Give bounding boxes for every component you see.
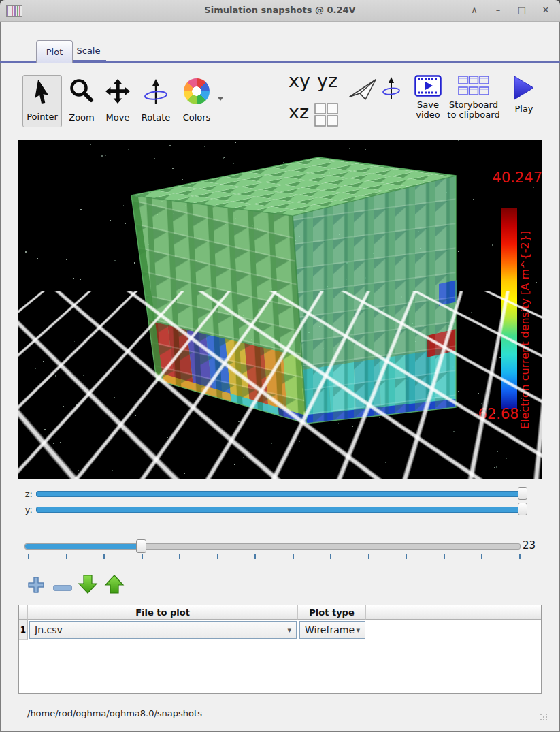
- pointer-button[interactable]: Pointer: [22, 75, 62, 127]
- fly-through-button[interactable]: [348, 78, 377, 104]
- chevron-down-icon: ▾: [356, 626, 360, 635]
- pointer-label: Pointer: [27, 112, 58, 122]
- tab-plot[interactable]: Plot: [36, 40, 73, 63]
- frame-value: 23: [523, 539, 536, 552]
- storyboard-icon: [458, 86, 489, 99]
- table-header-type: Plot type: [298, 605, 366, 620]
- green-down-arrow-icon: [78, 584, 98, 596]
- save-video-button[interactable]: Save video: [410, 75, 446, 120]
- storyboard-label-1: Storyboard: [442, 99, 505, 110]
- zoom-label: Zoom: [69, 112, 94, 123]
- move-button[interactable]: Move: [101, 75, 135, 127]
- frame-slider-ticks: [24, 554, 519, 560]
- grid-2x2-icon: [314, 117, 339, 130]
- move-label: Move: [106, 112, 130, 123]
- y-slider-handle[interactable]: [518, 503, 527, 515]
- pointer-icon: [30, 79, 54, 108]
- voxel-cube: [18, 140, 542, 479]
- zoom-button[interactable]: Zoom: [63, 75, 101, 127]
- file-combobox[interactable]: Jn.csv ▾: [29, 621, 297, 639]
- play-icon: [513, 91, 535, 104]
- file-combobox-value: Jn.csv: [35, 624, 63, 635]
- tab-scale-underline: [70, 60, 106, 63]
- storyboard-label-2: to clipboard: [442, 110, 505, 120]
- chevron-down-icon: ▾: [287, 626, 291, 635]
- file-table: File to plot Plot type 1 Jn.csv ▾ Wirefr…: [18, 605, 542, 694]
- shade-button[interactable]: ∧: [470, 5, 479, 15]
- save-video-label-1: Save: [410, 99, 446, 110]
- view-yz-button[interactable]: yz: [317, 71, 337, 91]
- rotate-label: Rotate: [142, 112, 171, 123]
- storyboard-button[interactable]: Storyboard to clipboard: [442, 76, 505, 120]
- table-corner-cell: [19, 605, 28, 620]
- view-xy-button[interactable]: xy: [289, 71, 310, 91]
- close-button[interactable]: ✕: [541, 5, 550, 15]
- save-video-label-2: video: [410, 110, 446, 120]
- remove-file-button[interactable]: [53, 582, 72, 594]
- film-icon: [414, 86, 442, 99]
- resize-grip[interactable]: [540, 714, 542, 715]
- play-button[interactable]: Play: [510, 75, 538, 114]
- frame-slider[interactable]: [24, 543, 521, 550]
- tab-plot-label: Plot: [46, 47, 63, 57]
- z-slider-label: z:: [20, 489, 33, 499]
- plus-icon: [27, 584, 45, 596]
- move-down-button[interactable]: [78, 575, 98, 596]
- view-xz-button[interactable]: xz: [289, 102, 309, 123]
- color-wheel-icon: [184, 78, 210, 104]
- move-icon: [105, 78, 131, 107]
- colorbar-axis-label: Electron current density [A m^{-2}]: [518, 201, 533, 429]
- plot-type-combobox-value: Wireframe: [305, 624, 355, 635]
- plot-3d-canvas[interactable]: 40.247 -62.68 Electron current density […: [18, 140, 542, 479]
- y-slider-label: y:: [20, 505, 33, 515]
- rotate-icon: [140, 78, 171, 108]
- move-up-button[interactable]: [104, 575, 125, 596]
- app-window: Simulation snapshots @ 0.24V ∧ – □ ✕ Plo…: [0, 0, 560, 732]
- colors-button[interactable]: Colors: [176, 75, 218, 127]
- small-rotate-icon: [380, 91, 403, 104]
- titlebar: Simulation snapshots @ 0.24V ∧ – □ ✕: [0, 0, 560, 22]
- colorbar: [501, 208, 517, 409]
- frame-slider-handle[interactable]: [136, 539, 146, 553]
- colors-label: Colors: [183, 112, 211, 123]
- tab-scale-label: Scale: [77, 46, 101, 56]
- z-slider[interactable]: [36, 491, 527, 497]
- table-header-filler: [366, 605, 541, 620]
- colorbar-min-label: -62.68: [473, 406, 519, 422]
- tab-scale[interactable]: Scale: [71, 41, 106, 60]
- y-slider[interactable]: [36, 507, 527, 513]
- z-slider-handle[interactable]: [518, 487, 527, 500]
- paper-plane-icon: [348, 91, 377, 104]
- rotate-button[interactable]: Rotate: [137, 75, 174, 127]
- plot-type-combobox[interactable]: Wireframe ▾: [299, 621, 365, 639]
- colors-dropdown-caret[interactable]: [218, 97, 223, 101]
- multi-view-button[interactable]: [314, 103, 339, 130]
- minimize-button[interactable]: –: [493, 5, 503, 15]
- minus-icon: [53, 582, 72, 594]
- green-up-arrow-icon: [104, 584, 125, 596]
- maximize-button[interactable]: □: [517, 5, 527, 15]
- add-file-button[interactable]: [27, 576, 45, 596]
- status-path: /home/rod/oghma/oghma8.0/snapshots: [27, 708, 202, 718]
- play-label: Play: [514, 104, 533, 114]
- spin-view-button[interactable]: [380, 76, 403, 104]
- row-header[interactable]: 1: [19, 620, 28, 640]
- magnifier-icon: [69, 78, 95, 107]
- table-header-file: File to plot: [28, 605, 298, 620]
- colorbar-max-label: 40.247: [440, 170, 542, 186]
